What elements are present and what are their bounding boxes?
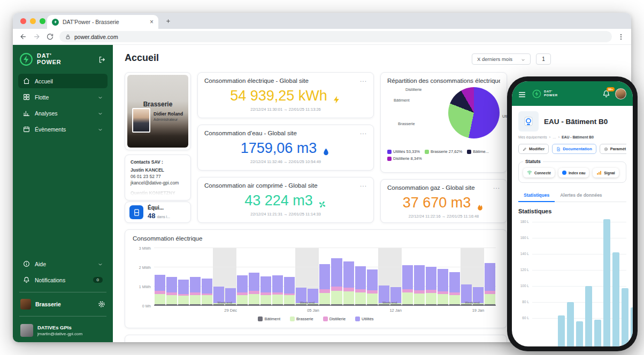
sidebar-item-aide[interactable]: Aide bbox=[18, 257, 108, 271]
page-title: Accueil bbox=[125, 52, 631, 64]
account-name: Brasserie bbox=[35, 301, 61, 307]
browser-menu-icon[interactable] bbox=[617, 33, 625, 41]
bar-segment bbox=[237, 304, 248, 306]
bar-segment bbox=[449, 272, 460, 292]
breadcrumb-item[interactable]: … bbox=[553, 135, 556, 139]
account-avatar bbox=[20, 299, 31, 310]
browser-tabstrip: DAT'Power - Brasserie × bbox=[13, 13, 631, 29]
equipments-card[interactable]: Équi... 48dans l... bbox=[125, 202, 191, 223]
reload-icon[interactable] bbox=[46, 33, 54, 41]
legend-swatch bbox=[425, 150, 429, 154]
bar-segment bbox=[367, 269, 378, 291]
bar-segment bbox=[166, 295, 177, 305]
address-bar[interactable]: power.dative.com bbox=[59, 31, 612, 42]
breadcrumb-item[interactable]: Mes équipements bbox=[518, 135, 547, 139]
bar bbox=[355, 248, 366, 306]
org-avatar bbox=[20, 324, 33, 337]
window-minimize-button[interactable] bbox=[30, 18, 36, 24]
new-tab-button[interactable] bbox=[164, 17, 172, 25]
org-name: DATIVEs GPIs bbox=[37, 325, 82, 330]
device-thumbnail bbox=[518, 111, 539, 132]
equipment-icon bbox=[129, 205, 143, 219]
window-close-button[interactable] bbox=[20, 18, 26, 24]
kpi-card-air: Consommation air comprimé - Global site … bbox=[197, 177, 374, 223]
status-panel-label: Statuts bbox=[523, 159, 543, 164]
period-select[interactable]: X derniers mois bbox=[472, 53, 531, 65]
site-profile-card: Brasserie Didier Roland Administrateur bbox=[125, 72, 191, 150]
legend-item: Bâtiment bbox=[258, 317, 280, 321]
period-number-input[interactable] bbox=[536, 53, 551, 65]
logo-bolt-icon bbox=[532, 89, 541, 98]
tab-statistiques[interactable]: Statistiques bbox=[518, 190, 555, 202]
kpi-menu-icon[interactable]: ... bbox=[360, 128, 367, 136]
sidebar-item-flotte[interactable]: Flotte bbox=[18, 90, 108, 104]
sidebar-bottom: Aide Notifications 0 bbox=[13, 256, 113, 338]
wifi-icon-label: Connecté bbox=[534, 171, 551, 175]
documentation-button[interactable]: Documentation bbox=[552, 144, 596, 154]
back-icon[interactable] bbox=[19, 33, 27, 41]
bar bbox=[331, 248, 342, 306]
site-photo: Brasserie Didier Roland Administrateur bbox=[127, 75, 188, 148]
kpi-menu-icon[interactable]: ... bbox=[360, 76, 367, 83]
kpi-menu-icon[interactable]: ... bbox=[360, 181, 367, 188]
chart-title: Consommation électrique bbox=[133, 235, 499, 242]
parameters-button[interactable]: Paramèt bbox=[600, 144, 626, 154]
bar-segment bbox=[438, 304, 448, 306]
bar-segment bbox=[308, 304, 318, 306]
legend-swatch bbox=[355, 317, 360, 321]
bar bbox=[438, 248, 448, 306]
sidebar-item-label: Notifications bbox=[35, 277, 65, 283]
sidebar-item-label: Analyses bbox=[35, 110, 58, 117]
status-chip-index-eau: Index eau bbox=[558, 168, 589, 178]
kpi-menu-icon[interactable]: ... bbox=[493, 183, 500, 190]
bar-segment bbox=[272, 275, 283, 292]
forward-icon[interactable] bbox=[33, 33, 41, 41]
browser-tab[interactable]: DAT'Power - Brasserie × bbox=[47, 15, 158, 29]
legend-item: Brasserie 27,62% bbox=[425, 149, 462, 154]
phone-logo: DAT'POWER bbox=[532, 89, 558, 98]
bar bbox=[284, 248, 295, 306]
gear-icon[interactable] bbox=[98, 300, 105, 308]
weekend-label: Week-end bbox=[213, 301, 236, 304]
sidebar-item-evenements[interactable]: Évènements bbox=[18, 122, 108, 136]
bar bbox=[190, 248, 201, 306]
bell-icon bbox=[23, 276, 30, 283]
bar-segment bbox=[202, 304, 212, 306]
weekend-label: Week-end bbox=[295, 301, 319, 304]
sidebar-item-notifications[interactable]: Notifications 0 bbox=[18, 273, 108, 287]
bar-segment bbox=[319, 264, 330, 289]
bar-segment bbox=[260, 304, 271, 306]
menu-icon[interactable] bbox=[518, 90, 526, 97]
kpi-value: 54 939,25 kWh bbox=[230, 88, 327, 104]
flame-icon bbox=[476, 198, 485, 207]
bar-segment bbox=[319, 289, 330, 293]
sidebar-collapse-icon[interactable] bbox=[98, 56, 106, 64]
window-zoom-button[interactable] bbox=[40, 18, 45, 24]
bar-segment bbox=[249, 294, 259, 305]
tab-alertes[interactable]: Alertes de données bbox=[555, 190, 607, 202]
org-row[interactable]: DATIVEs GPIs jmartin@dative-gpi.com bbox=[13, 320, 113, 338]
sidebar-item-accueil[interactable]: Accueil bbox=[18, 74, 108, 88]
chevron-down-icon bbox=[98, 95, 103, 99]
pie-chart bbox=[448, 87, 500, 138]
bar bbox=[155, 248, 165, 306]
sidebar-logo: DAT'POWER bbox=[13, 50, 113, 73]
modify-button[interactable]: Modifier bbox=[518, 144, 549, 154]
bell-icon[interactable]: 99+ bbox=[602, 90, 610, 98]
bar-segment bbox=[331, 304, 342, 306]
bar-segment bbox=[155, 304, 165, 306]
avatar[interactable] bbox=[615, 88, 626, 99]
home-icon bbox=[23, 78, 30, 84]
bar-segment bbox=[213, 304, 224, 306]
legend-swatch bbox=[258, 317, 263, 321]
kpi-date-range: 22/12/24 11:32:46 → 22/01/25 10:54:49 bbox=[204, 159, 367, 164]
sidebar-item-analyses[interactable]: Analyses bbox=[18, 106, 108, 120]
bar-segment bbox=[249, 273, 259, 291]
bar-segment bbox=[438, 269, 448, 291]
window-controls bbox=[20, 18, 45, 24]
tab-close-icon[interactable]: × bbox=[150, 18, 154, 26]
kpi-date-range: 22/12/24 11:30:01 → 22/01/25 11:13:26 bbox=[204, 107, 367, 112]
kpi-card-eau: Consommation d'eau - Global site ... 175… bbox=[197, 125, 374, 171]
account-row[interactable]: Brasserie bbox=[13, 296, 113, 312]
contact-phone: 06 01 23 52 77 bbox=[131, 174, 185, 179]
